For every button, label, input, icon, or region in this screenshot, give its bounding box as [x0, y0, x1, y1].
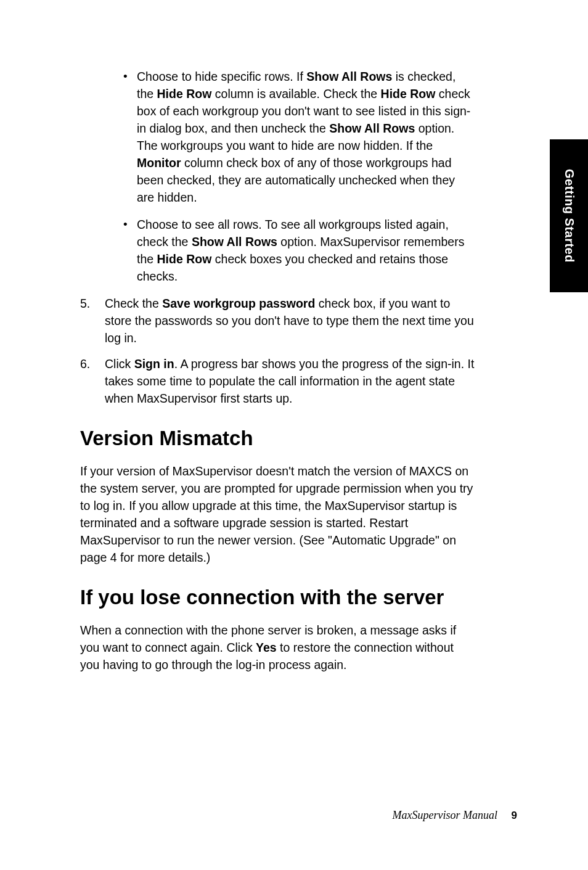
step-text: Click Sign in. A progress bar shows you … — [105, 355, 475, 407]
bullet-text: Choose to hide specific rows. If Show Al… — [137, 68, 475, 206]
page: Getting Started • Choose to hide specifi… — [0, 0, 588, 870]
step-5: 5. Check the Save workgroup password che… — [80, 295, 475, 347]
step-text: Check the Save workgroup password check … — [105, 295, 475, 347]
footer-title: MaxSupervisor Manual — [393, 809, 497, 821]
para-lose-connection: When a connection with the phone server … — [80, 622, 475, 673]
step-6: 6. Click Sign in. A progress bar shows y… — [80, 355, 475, 407]
footer-page-number: 9 — [512, 810, 517, 821]
bullet-item-1: • Choose to hide specific rows. If Show … — [123, 68, 475, 206]
bullet-text: Choose to see all rows. To see all workg… — [137, 216, 475, 285]
bullet-mark: • — [123, 216, 137, 285]
heading-version-mismatch: Version Mismatch — [80, 427, 475, 450]
step-number: 6. — [80, 355, 105, 407]
side-tab-label: Getting Started — [562, 169, 576, 263]
side-tab: Getting Started — [550, 139, 588, 292]
heading-lose-connection: If you lose connection with the server — [80, 586, 475, 609]
para-version-mismatch: If your version of MaxSupervisor doesn't… — [80, 462, 475, 566]
step-number: 5. — [80, 295, 105, 347]
footer: MaxSupervisor Manual 9 — [393, 809, 517, 822]
bullet-mark: • — [123, 68, 137, 206]
content-area: • Choose to hide specific rows. If Show … — [80, 68, 475, 673]
bullet-item-2: • Choose to see all rows. To see all wor… — [123, 216, 475, 285]
